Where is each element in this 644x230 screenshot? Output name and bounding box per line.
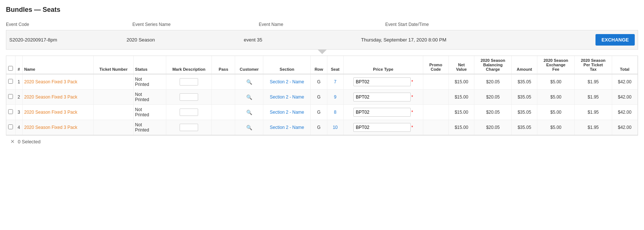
- select-all-checkbox[interactable]: [8, 66, 13, 71]
- mark-description-select[interactable]: [180, 109, 198, 116]
- row-per-ticket-tax: $1.95: [574, 74, 612, 90]
- row-promo-code: [423, 105, 448, 120]
- customer-search-icon[interactable]: 🔍: [246, 94, 252, 100]
- th-promo-code: PromoCode: [423, 56, 448, 74]
- row-checkbox-2[interactable]: [8, 94, 13, 99]
- event-info-header: Event Code Event Series Name Event Name …: [6, 20, 638, 29]
- mark-description-select[interactable]: [180, 124, 198, 131]
- th-section: Section: [263, 56, 311, 74]
- row-seat: 8: [327, 105, 343, 120]
- row-customer: 🔍: [235, 120, 263, 135]
- event-code-value: S2020-20200917-8pm: [9, 37, 127, 43]
- row-promo-code: [423, 90, 448, 105]
- row-seat: 10: [327, 120, 343, 135]
- price-type-wrap: BPT02 *: [353, 123, 413, 132]
- th-per-ticket-tax: 2020 SeasonPer TicketTax: [574, 56, 612, 74]
- customer-search-icon[interactable]: 🔍: [246, 125, 252, 130]
- section-link[interactable]: Section 2 - Name: [270, 79, 304, 84]
- price-type-wrap: BPT02 *: [353, 108, 413, 117]
- row-customer: 🔍: [235, 90, 263, 105]
- th-mark-description: Mark Description: [166, 56, 212, 74]
- clear-selection-button[interactable]: ✕: [10, 139, 15, 144]
- row-pass: [212, 120, 235, 135]
- row-num: 2: [15, 90, 23, 105]
- row-name: 2020 Season Fixed 3 Pack: [23, 90, 94, 105]
- row-net-value: $15.00: [448, 74, 474, 90]
- row-total: $42.00: [612, 105, 637, 120]
- event-name-value: event 35: [244, 37, 361, 43]
- row-total: $42.00: [612, 90, 637, 105]
- mark-description-select-wrap: [180, 78, 198, 86]
- mark-description-select-wrap: [180, 109, 198, 116]
- row-name: 2020 Season Fixed 3 Pack: [23, 120, 94, 135]
- mark-description-select-wrap: [180, 93, 198, 101]
- row-per-ticket-tax: $1.95: [574, 105, 612, 120]
- table-row: 2 2020 Season Fixed 3 Pack NotPrinted 🔍 …: [6, 90, 638, 105]
- mark-description-select[interactable]: [180, 93, 198, 101]
- th-price-type: Price Type: [343, 56, 423, 74]
- required-star: *: [411, 94, 413, 100]
- th-num: #: [15, 56, 23, 74]
- price-type-select[interactable]: BPT02: [353, 108, 411, 117]
- row-status: NotPrinted: [133, 105, 166, 120]
- row-promo-code: [423, 120, 448, 135]
- price-type-select[interactable]: BPT02: [353, 93, 411, 101]
- th-total: Total: [612, 56, 637, 74]
- customer-search-icon[interactable]: 🔍: [246, 110, 252, 115]
- row-ticket-number: [94, 74, 133, 90]
- row-customer: 🔍: [235, 105, 263, 120]
- row-price-type: BPT02 *: [343, 120, 423, 135]
- event-row: S2020-20200917-8pm 2020 Season event 35 …: [6, 30, 638, 50]
- event-series-label-col: Event Series Name: [132, 22, 258, 29]
- th-ticket-number: Ticket Number: [94, 56, 133, 74]
- row-exchange-fee: $5.00: [537, 105, 575, 120]
- event-datetime-value: Thursday, September 17, 2020 8:00 PM: [361, 37, 595, 43]
- price-type-select[interactable]: BPT02: [353, 77, 411, 86]
- event-name-label-col: Event Name: [259, 22, 385, 29]
- row-row: G: [311, 120, 327, 135]
- section-link[interactable]: Section 2 - Name: [270, 94, 304, 100]
- row-section: Section 2 - Name: [263, 90, 311, 105]
- table-row: 1 2020 Season Fixed 3 Pack NotPrinted 🔍 …: [6, 74, 638, 90]
- section-link[interactable]: Section 2 - Name: [270, 125, 304, 130]
- event-series-value: 2020 Season: [127, 37, 244, 43]
- required-star: *: [411, 79, 413, 84]
- th-customer: Customer: [235, 56, 263, 74]
- row-seat: 9: [327, 90, 343, 105]
- row-mark-description: [166, 74, 212, 90]
- mark-description-select[interactable]: [180, 78, 198, 86]
- exchange-button[interactable]: EXCHANGE: [595, 34, 635, 46]
- row-checkbox-4[interactable]: [8, 124, 13, 129]
- row-exchange-fee: $5.00: [537, 90, 575, 105]
- row-net-value: $15.00: [448, 120, 474, 135]
- row-mark-description: [166, 105, 212, 120]
- required-star: *: [411, 125, 413, 130]
- row-checkbox-3[interactable]: [8, 109, 13, 114]
- row-balancing-charge: $20.05: [474, 105, 512, 120]
- section-link[interactable]: Section 2 - Name: [270, 110, 304, 115]
- row-pass: [212, 105, 235, 120]
- th-pass: Pass: [212, 56, 235, 74]
- row-net-value: $15.00: [448, 90, 474, 105]
- row-exchange-fee: $5.00: [537, 120, 575, 135]
- row-ticket-number: [94, 105, 133, 120]
- row-mark-description: [166, 90, 212, 105]
- customer-search-icon[interactable]: 🔍: [246, 79, 252, 85]
- row-name: 2020 Season Fixed 3 Pack: [23, 74, 94, 90]
- row-section: Section 2 - Name: [263, 74, 311, 90]
- row-amount: $35.05: [511, 120, 537, 135]
- row-balancing-charge: $20.05: [474, 74, 512, 90]
- th-row: Row: [311, 56, 327, 74]
- row-ticket-number: [94, 120, 133, 135]
- seats-table: # Name Ticket Number Status Mark Descrip…: [6, 56, 638, 135]
- row-status: NotPrinted: [133, 74, 166, 90]
- row-amount: $35.05: [511, 90, 537, 105]
- row-status: NotPrinted: [133, 120, 166, 135]
- price-type-select[interactable]: BPT02: [353, 123, 411, 132]
- th-net-value: NetValue: [448, 56, 474, 74]
- row-checkbox-cell: [6, 105, 15, 120]
- footer-bar: ✕ 0 Selected: [6, 135, 638, 147]
- row-checkbox-1[interactable]: [8, 79, 13, 84]
- th-exchange-fee: 2020 SeasonExchangeFee: [537, 56, 575, 74]
- row-status: NotPrinted: [133, 90, 166, 105]
